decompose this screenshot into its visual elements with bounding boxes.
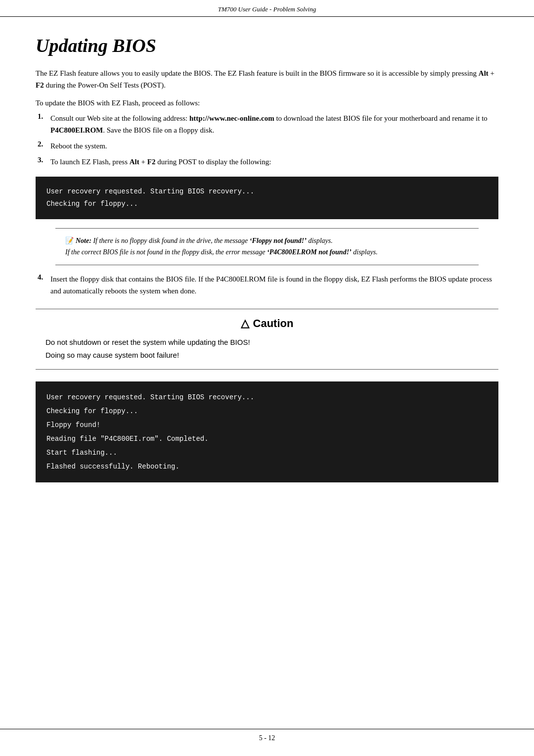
step-2: 2. Reboot the system. bbox=[36, 140, 498, 152]
step-1-bold: P4C800EI.ROM bbox=[50, 126, 103, 134]
note-icon: 📝 bbox=[65, 237, 74, 244]
terminal1-line2: Checking for floppy... bbox=[46, 198, 488, 210]
step-3-f2: F2 bbox=[147, 158, 156, 166]
caution-line1: Do not shutdown or reset the system whil… bbox=[45, 336, 489, 349]
header-title: TM700 User Guide - Problem Solving bbox=[218, 5, 316, 13]
caution-title: △ Caution bbox=[45, 317, 489, 330]
step-1-number: 1. bbox=[38, 112, 50, 121]
step-4: 4. Insert the floppy disk that contains … bbox=[36, 273, 498, 297]
terminal2-line2: Checking for floppy... bbox=[46, 404, 488, 418]
intro-f2: F2 bbox=[36, 81, 44, 89]
step-2-number: 2. bbox=[38, 140, 50, 148]
step-3-alt: Alt bbox=[130, 158, 139, 166]
note-label: Note: bbox=[76, 237, 91, 244]
terminal1-line1: User recovery requested. Starting BIOS r… bbox=[46, 186, 488, 198]
intro-plus1: + bbox=[489, 69, 494, 77]
step-1-text-before: Consult our Web site at the following ad… bbox=[50, 114, 189, 122]
intro-text-1b: during the Power-On Self Tests (POST). bbox=[44, 81, 166, 89]
note-bold2: ‘P4C800EI.ROM not found!’ bbox=[267, 248, 352, 256]
caution-label: Caution bbox=[253, 317, 294, 330]
note-text3: If the correct BIOS file is not found in… bbox=[65, 248, 267, 256]
terminal2-line6: Flashed successfully. Rebooting. bbox=[46, 460, 488, 473]
step-1-url: http://www.nec-online.com bbox=[189, 114, 274, 122]
step-3-number: 3. bbox=[38, 156, 50, 164]
page-container: TM700 User Guide - Problem Solving Updat… bbox=[0, 0, 534, 756]
note-bold1: ‘Floppy not found!’ bbox=[250, 237, 307, 244]
step-1-content: Consult our Web site at the following ad… bbox=[50, 112, 498, 136]
intro-text-1: The EZ Flash feature allows you to easil… bbox=[36, 69, 479, 77]
step-3-plus: + bbox=[139, 158, 147, 166]
caution-text: Do not shutdown or reset the system whil… bbox=[45, 336, 489, 361]
step-4-number: 4. bbox=[38, 273, 50, 282]
terminal2-line3: Floppy found! bbox=[46, 418, 488, 432]
page-title: Updating BIOS bbox=[36, 35, 498, 56]
step-3-text-after: during POST to display the following: bbox=[155, 158, 271, 166]
step-1-text-after: to download the latest BIOS file for you… bbox=[274, 114, 488, 122]
intro-paragraph: The EZ Flash feature allows you to easil… bbox=[36, 67, 498, 91]
terminal-box-1: User recovery requested. Starting BIOS r… bbox=[36, 177, 498, 219]
step-3-text-before: To launch EZ Flash, press bbox=[50, 158, 130, 166]
step-1-text-end: . Save the BIOS file on a floppy disk. bbox=[103, 126, 214, 134]
step-3: 3. To launch EZ Flash, press Alt + F2 du… bbox=[36, 156, 498, 168]
caution-section: △ Caution Do not shutdown or reset the s… bbox=[36, 309, 498, 370]
page-footer: 5 - 12 bbox=[0, 729, 534, 747]
note-text4: displays. bbox=[352, 248, 378, 256]
page-number: 5 - 12 bbox=[259, 734, 275, 742]
steps-list: 1. Consult our Web site at the following… bbox=[36, 112, 498, 168]
note-text1: If there is no floppy disk found in the … bbox=[91, 237, 250, 244]
step-2-content: Reboot the system. bbox=[50, 140, 498, 152]
note-text2: displays. bbox=[307, 237, 333, 244]
step-1: 1. Consult our Web site at the following… bbox=[36, 112, 498, 136]
step-3-content: To launch EZ Flash, press Alt + F2 durin… bbox=[50, 156, 498, 168]
steps-intro: To update the BIOS with EZ Flash, procee… bbox=[36, 99, 498, 107]
note-box: 📝Note: If there is no floppy disk found … bbox=[55, 228, 479, 265]
caution-line2: Doing so may cause system boot failure! bbox=[45, 349, 489, 362]
caution-triangle-icon: △ bbox=[241, 317, 249, 330]
terminal2-line4: Reading file "P4C800EI.rom". Completed. bbox=[46, 432, 488, 446]
content-area: Updating BIOS The EZ Flash feature allow… bbox=[0, 17, 534, 511]
intro-alt: Alt bbox=[479, 69, 489, 77]
terminal-box-2: User recovery requested. Starting BIOS r… bbox=[36, 381, 498, 482]
terminal2-line1: User recovery requested. Starting BIOS r… bbox=[46, 390, 488, 404]
terminal2-line5: Start flashing... bbox=[46, 446, 488, 460]
page-header: TM700 User Guide - Problem Solving bbox=[0, 0, 534, 17]
step-4-content: Insert the floppy disk that contains the… bbox=[50, 273, 498, 297]
